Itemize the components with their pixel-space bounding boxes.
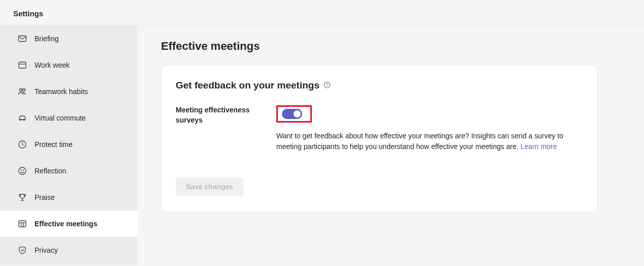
sidebar-item-label: Briefing	[35, 35, 58, 43]
sidebar-item-label: Privacy	[35, 246, 58, 254]
main-content: Effective meetings Get feedback on your …	[138, 25, 644, 265]
settings-header: Settings	[0, 0, 644, 25]
sidebar-item-label: Virtual commute	[35, 114, 86, 122]
svg-point-8	[19, 167, 26, 174]
setting-description: Want to get feedback about how effective…	[276, 131, 583, 152]
clock-icon	[17, 139, 27, 150]
toggle-highlight-box	[276, 105, 312, 123]
svg-point-9	[21, 170, 21, 170]
svg-point-3	[20, 89, 22, 92]
info-icon[interactable]	[324, 81, 332, 90]
sidebar-item-virtual-commute[interactable]: Virtual commute	[0, 105, 138, 131]
learn-more-link[interactable]: Learn more	[521, 142, 557, 151]
setting-label: Meeting effectiveness surveys	[176, 105, 262, 152]
svg-rect-0	[19, 36, 26, 42]
smile-icon	[17, 166, 27, 176]
trophy-icon	[17, 192, 27, 202]
shield-icon	[17, 245, 27, 255]
sidebar-item-reflection[interactable]: Reflection	[0, 158, 138, 184]
meeting-surveys-toggle[interactable]	[282, 109, 302, 119]
sidebar-item-teamwork-habits[interactable]: Teamwork habits	[0, 78, 138, 105]
svg-rect-1	[19, 62, 26, 68]
svg-point-19	[327, 83, 328, 84]
sidebar-item-briefing[interactable]: Briefing	[0, 25, 138, 52]
mail-icon	[17, 34, 27, 44]
svg-rect-13	[19, 221, 26, 227]
people-icon	[17, 86, 27, 97]
header-title: Settings	[13, 9, 43, 18]
svg-point-4	[23, 89, 25, 92]
sidebar-item-label: Praise	[35, 193, 55, 201]
sidebar-item-effective-meetings[interactable]: Effective meetings	[0, 211, 138, 237]
calendar-grid-icon	[17, 219, 27, 229]
calendar-week-icon	[17, 60, 27, 70]
sidebar-item-work-week[interactable]: Work week	[0, 52, 138, 78]
feedback-card: Get feedback on your meetings Meeting ef…	[161, 65, 598, 213]
sidebar-item-label: Protect time	[35, 140, 73, 149]
card-title: Get feedback on your meetings	[176, 80, 319, 91]
sidebar-item-label: Effective meetings	[35, 220, 98, 228]
sidebar-item-label: Work week	[35, 61, 70, 69]
sidebar-item-label: Teamwork habits	[35, 87, 88, 96]
sidebar-item-privacy[interactable]: Privacy	[0, 237, 138, 263]
save-changes-button[interactable]: Save changes	[176, 178, 243, 196]
car-icon	[17, 113, 27, 123]
sidebar-item-protect-time[interactable]: Protect time	[0, 131, 138, 158]
settings-sidebar: Briefing Work week Teamwork habits	[0, 25, 138, 265]
sidebar-item-label: Reflection	[35, 167, 66, 175]
svg-point-10	[23, 170, 24, 170]
page-title: Effective meetings	[161, 40, 621, 53]
sidebar-item-praise[interactable]: Praise	[0, 184, 138, 211]
